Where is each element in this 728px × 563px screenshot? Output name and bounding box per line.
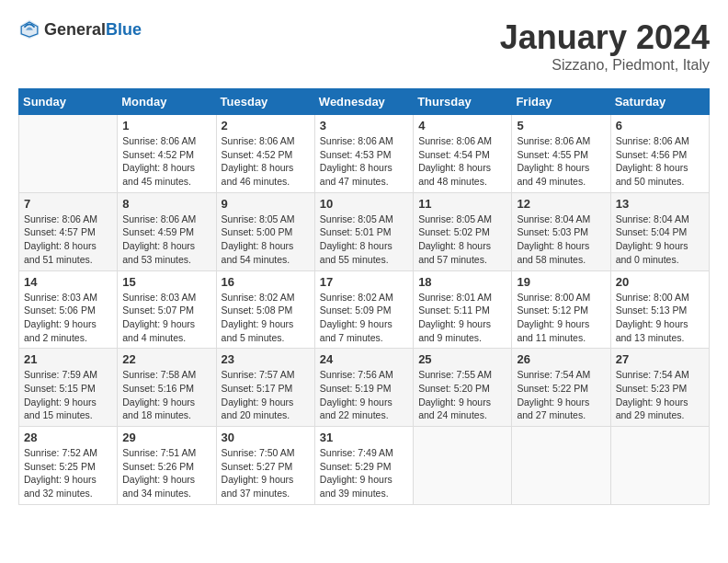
week-row-5: 28Sunrise: 7:52 AMSunset: 5:25 PMDayligh… [19,427,710,505]
day-number: 12 [517,197,605,211]
day-info: Sunrise: 7:49 AMSunset: 5:29 PMDaylight:… [320,446,408,500]
calendar-cell: 28Sunrise: 7:52 AMSunset: 5:25 PMDayligh… [19,427,118,505]
day-info: Sunrise: 8:06 AMSunset: 4:59 PMDaylight:… [122,213,210,267]
day-number: 1 [122,119,210,132]
day-number: 18 [418,275,506,289]
calendar-cell: 30Sunrise: 7:50 AMSunset: 5:27 PMDayligh… [216,427,314,505]
day-number: 28 [24,431,112,444]
column-header-friday: Friday [512,89,610,115]
week-row-4: 21Sunrise: 7:59 AMSunset: 5:15 PMDayligh… [19,349,710,427]
day-info: Sunrise: 8:00 AMSunset: 5:13 PMDaylight:… [616,291,704,345]
calendar-cell: 11Sunrise: 8:05 AMSunset: 5:02 PMDayligh… [414,192,512,270]
day-number: 6 [616,119,704,132]
calendar-cell: 1Sunrise: 8:06 AMSunset: 4:52 PMDaylight… [118,115,216,193]
day-number: 15 [122,275,210,289]
logo-icon [18,18,40,40]
day-info: Sunrise: 7:58 AMSunset: 5:16 PMDaylight:… [122,368,210,422]
calendar-cell: 7Sunrise: 8:06 AMSunset: 4:57 PMDaylight… [19,192,118,270]
day-info: Sunrise: 8:02 AMSunset: 5:08 PMDaylight:… [222,291,310,345]
day-number: 23 [222,352,310,366]
calendar-cell: 27Sunrise: 7:54 AMSunset: 5:23 PMDayligh… [610,349,709,427]
calendar-cell: 2Sunrise: 8:06 AMSunset: 4:52 PMDaylight… [216,115,314,193]
day-info: Sunrise: 7:52 AMSunset: 5:25 PMDaylight:… [24,446,112,500]
calendar-cell: 8Sunrise: 8:06 AMSunset: 4:59 PMDaylight… [118,192,216,270]
calendar-body: 1Sunrise: 8:06 AMSunset: 4:52 PMDaylight… [19,115,710,505]
calendar-cell: 5Sunrise: 8:06 AMSunset: 4:55 PMDaylight… [512,115,610,193]
column-header-monday: Monday [118,89,216,115]
day-info: Sunrise: 8:03 AMSunset: 5:06 PMDaylight:… [24,291,112,345]
day-number: 24 [320,352,408,366]
day-number: 13 [616,197,704,211]
day-number: 31 [320,431,408,444]
calendar-cell: 25Sunrise: 7:55 AMSunset: 5:20 PMDayligh… [414,349,512,427]
day-number: 14 [24,275,112,289]
day-number: 9 [222,197,310,211]
calendar-cell: 20Sunrise: 8:00 AMSunset: 5:13 PMDayligh… [610,270,709,349]
calendar-cell [19,115,118,193]
day-info: Sunrise: 7:55 AMSunset: 5:20 PMDaylight:… [418,368,506,422]
calendar-title: January 2024 [500,18,710,57]
calendar-cell: 31Sunrise: 7:49 AMSunset: 5:29 PMDayligh… [314,427,413,505]
calendar-cell: 24Sunrise: 7:56 AMSunset: 5:19 PMDayligh… [314,349,413,427]
calendar-cell: 3Sunrise: 8:06 AMSunset: 4:53 PMDaylight… [314,115,413,193]
day-info: Sunrise: 8:05 AMSunset: 5:02 PMDaylight:… [418,213,506,267]
logo: GeneralBlue [18,18,142,40]
calendar-cell: 14Sunrise: 8:03 AMSunset: 5:06 PMDayligh… [19,270,118,349]
day-number: 5 [517,119,605,132]
day-number: 3 [320,119,408,132]
day-info: Sunrise: 8:06 AMSunset: 4:55 PMDaylight:… [517,134,605,189]
column-header-saturday: Saturday [610,89,709,115]
calendar-header: SundayMondayTuesdayWednesdayThursdayFrid… [19,89,710,115]
week-row-1: 1Sunrise: 8:06 AMSunset: 4:52 PMDaylight… [19,115,710,193]
calendar-table: SundayMondayTuesdayWednesdayThursdayFrid… [18,88,710,505]
day-info: Sunrise: 7:54 AMSunset: 5:22 PMDaylight:… [517,368,605,422]
day-number: 19 [517,275,605,289]
calendar-cell: 19Sunrise: 8:00 AMSunset: 5:12 PMDayligh… [512,270,610,349]
day-info: Sunrise: 8:06 AMSunset: 4:56 PMDaylight:… [616,134,704,189]
day-number: 20 [616,275,704,289]
calendar-cell: 23Sunrise: 7:57 AMSunset: 5:17 PMDayligh… [216,349,314,427]
day-info: Sunrise: 8:06 AMSunset: 4:52 PMDaylight:… [222,134,310,189]
column-header-thursday: Thursday [414,89,512,115]
calendar-cell: 26Sunrise: 7:54 AMSunset: 5:22 PMDayligh… [512,349,610,427]
column-header-tuesday: Tuesday [216,89,314,115]
week-row-3: 14Sunrise: 8:03 AMSunset: 5:06 PMDayligh… [19,270,710,349]
header-row: SundayMondayTuesdayWednesdayThursdayFrid… [19,89,710,115]
day-number: 21 [24,352,112,366]
day-info: Sunrise: 8:05 AMSunset: 5:01 PMDaylight:… [320,213,408,267]
day-info: Sunrise: 8:01 AMSunset: 5:11 PMDaylight:… [418,291,506,345]
calendar-subtitle: Sizzano, Piedmont, Italy [500,57,710,74]
day-info: Sunrise: 8:06 AMSunset: 4:54 PMDaylight:… [418,134,506,189]
day-number: 30 [222,431,310,444]
calendar-cell: 15Sunrise: 8:03 AMSunset: 5:07 PMDayligh… [118,270,216,349]
calendar-cell: 4Sunrise: 8:06 AMSunset: 4:54 PMDaylight… [414,115,512,193]
day-number: 2 [222,119,310,132]
day-number: 17 [320,275,408,289]
calendar-cell: 17Sunrise: 8:02 AMSunset: 5:09 PMDayligh… [314,270,413,349]
calendar-cell [512,427,610,505]
calendar-cell: 10Sunrise: 8:05 AMSunset: 5:01 PMDayligh… [314,192,413,270]
day-info: Sunrise: 8:02 AMSunset: 5:09 PMDaylight:… [320,291,408,345]
day-number: 10 [320,197,408,211]
column-header-sunday: Sunday [19,89,118,115]
day-info: Sunrise: 7:51 AMSunset: 5:26 PMDaylight:… [122,446,210,500]
calendar-cell: 12Sunrise: 8:04 AMSunset: 5:03 PMDayligh… [512,192,610,270]
day-info: Sunrise: 8:04 AMSunset: 5:03 PMDaylight:… [517,213,605,267]
day-info: Sunrise: 8:03 AMSunset: 5:07 PMDaylight:… [122,291,210,345]
calendar-cell [610,427,709,505]
calendar-cell: 29Sunrise: 7:51 AMSunset: 5:26 PMDayligh… [118,427,216,505]
day-number: 4 [418,119,506,132]
day-info: Sunrise: 7:54 AMSunset: 5:23 PMDaylight:… [616,368,704,422]
day-info: Sunrise: 8:05 AMSunset: 5:00 PMDaylight:… [222,213,310,267]
column-header-wednesday: Wednesday [314,89,413,115]
day-number: 8 [122,197,210,211]
day-info: Sunrise: 8:00 AMSunset: 5:12 PMDaylight:… [517,291,605,345]
day-number: 11 [418,197,506,211]
title-block: January 2024 Sizzano, Piedmont, Italy [500,18,710,74]
day-info: Sunrise: 7:56 AMSunset: 5:19 PMDaylight:… [320,368,408,422]
day-info: Sunrise: 8:06 AMSunset: 4:57 PMDaylight:… [24,213,112,267]
calendar-cell [414,427,512,505]
calendar-cell: 6Sunrise: 8:06 AMSunset: 4:56 PMDaylight… [610,115,709,193]
day-number: 7 [24,197,112,211]
day-info: Sunrise: 7:59 AMSunset: 5:15 PMDaylight:… [24,368,112,422]
